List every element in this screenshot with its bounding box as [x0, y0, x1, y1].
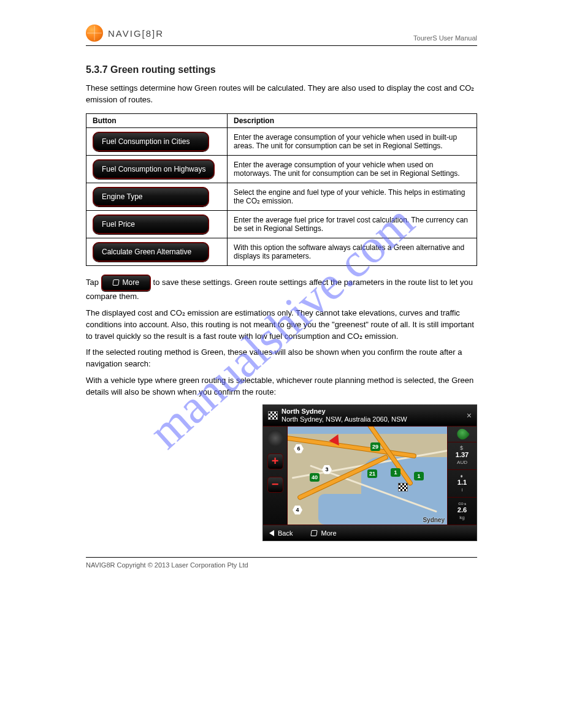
zoom-out-button[interactable]: − — [267, 477, 283, 493]
fuel-city-button[interactable]: Fuel Consumption in Cities — [93, 132, 209, 151]
leaf-icon — [454, 427, 470, 442]
route-shield-icon: 21 — [367, 469, 377, 478]
checkered-flag-icon — [268, 411, 278, 420]
th-description: Description — [228, 113, 477, 127]
stat-fuel-unit: l — [462, 487, 463, 493]
logo-icon — [86, 25, 103, 42]
more-button-footer[interactable]: More — [311, 529, 336, 537]
more-icon — [311, 530, 318, 536]
fuel-price-desc: Enter the average fuel price for travel … — [228, 210, 477, 238]
stat-price: 1.37 — [448, 451, 477, 458]
stat-fuel: 1.1 — [448, 479, 477, 486]
route-shield-icon: 29 — [370, 442, 380, 451]
dest-subtitle: North Sydney, NSW, Australia 2060, NSW — [282, 415, 407, 423]
cost-disclaimer: The displayed cost and CO₂ emission are … — [86, 308, 477, 343]
route-shield-icon: 6 — [294, 444, 304, 453]
destination-flag-icon — [398, 483, 408, 491]
fuel-highway-button[interactable]: Fuel Consumption on Highways — [93, 159, 215, 179]
map-view[interactable]: 6 3 40 29 21 1 1 4 Sydney — [288, 427, 447, 525]
close-icon[interactable]: × — [467, 411, 472, 420]
engine-type-desc: Select the engine and fuel type of your … — [228, 183, 477, 210]
eco-panel: 1.37AUD 1.1l 2.6kg — [447, 427, 477, 525]
back-button[interactable]: Back — [269, 529, 293, 537]
dest-title: North Sydney — [282, 408, 407, 415]
intro-paragraph: These settings determine how Green route… — [86, 83, 477, 106]
stat-co2-unit: kg — [459, 515, 464, 520]
zoom-in-button[interactable]: + — [267, 453, 283, 469]
stat-price-unit: AUD — [457, 460, 467, 465]
more-button[interactable]: More — [101, 275, 151, 291]
fuel-city-desc: Enter the average consumption of your ve… — [228, 127, 477, 155]
green-alt-button[interactable]: Calculate Green Alternative — [93, 242, 209, 262]
green-alt-desc: With this option the software always cal… — [228, 238, 477, 265]
page-footer: NAVIG8R Copyright © 2013 Laser Corporati… — [86, 557, 477, 569]
th-button: Button — [86, 113, 228, 127]
device-screenshot: North Sydney North Sydney, NSW, Australi… — [262, 404, 477, 541]
route-shield-icon: 1 — [391, 468, 400, 477]
city-label: Sydney — [423, 517, 445, 523]
more-line: Tap More to save these settings. Green r… — [86, 275, 477, 303]
engine-type-button[interactable]: Engine Type — [93, 187, 209, 207]
device-header: North Sydney North Sydney, NSW, Australi… — [263, 405, 477, 427]
stat-co2: 2.6 — [448, 506, 477, 514]
route-shield-icon: 4 — [293, 505, 302, 515]
green-para-2: With a vehicle type where green routing … — [86, 375, 477, 398]
green-para-1: If the selected routing method is Green,… — [86, 347, 477, 370]
route-shield-icon: 40 — [310, 473, 320, 482]
compass-icon[interactable] — [267, 430, 283, 446]
route-shield-icon: 1 — [414, 472, 424, 480]
fuel-price-button[interactable]: Fuel Price — [93, 214, 209, 234]
fuel-highway-desc: Enter the average consumption of your ve… — [228, 155, 477, 183]
back-arrow-icon — [269, 530, 274, 536]
section-title: 5.3.7 Green routing settings — [86, 64, 477, 75]
logo-text: NAVIG[8]R — [108, 28, 164, 39]
settings-table: Button Description Fuel Consumption in C… — [86, 113, 477, 266]
